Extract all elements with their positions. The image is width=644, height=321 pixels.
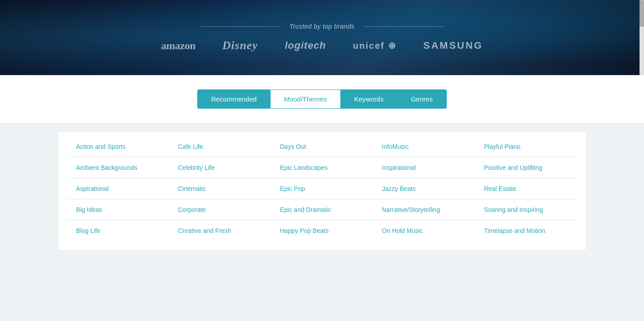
mood-link[interactable]: Days Out: [280, 143, 306, 150]
trusted-text: Trusted by top brands: [200, 23, 444, 30]
brand-logos: amazon Disney logitech unicef ⊕ SAMSUNG: [161, 39, 483, 52]
mood-link[interactable]: Epic Pop: [280, 185, 305, 192]
table-cell: Blog Life: [67, 220, 169, 241]
mood-link[interactable]: Timelapse and Motion: [484, 227, 545, 234]
table-row: Blog LifeCreative and FreshHappy Pop Bea…: [67, 220, 577, 241]
table-cell: Corporate: [169, 199, 271, 220]
table-cell: Days Out: [271, 136, 373, 157]
mood-link[interactable]: Creative and Fresh: [178, 227, 231, 234]
table-cell: InfoMusic: [373, 136, 475, 157]
mood-link[interactable]: Happy Pop Beats: [280, 227, 329, 234]
tab-mood-themes[interactable]: Mood/Themes: [271, 89, 341, 109]
table-cell: Cinematic: [169, 178, 271, 199]
table-cell: Inspirational: [373, 157, 475, 178]
disney-logo: Disney: [222, 39, 258, 52]
mood-link[interactable]: Jazzy Beats: [382, 185, 415, 192]
table-row: AspirationalCinematicEpic PopJazzy Beats…: [67, 178, 577, 199]
grid-section: Action and SportsCafe LifeDays OutInfoMu…: [0, 123, 644, 321]
mood-link[interactable]: Blog Life: [76, 227, 100, 234]
grid-card: Action and SportsCafe LifeDays OutInfoMu…: [58, 132, 586, 250]
tab-recommended[interactable]: Recommended: [197, 89, 271, 109]
mood-link[interactable]: Ambient Backgrounds: [76, 164, 137, 171]
mood-link[interactable]: Playful Piano: [484, 143, 521, 150]
table-cell: Narrative/Storytelling: [373, 199, 475, 220]
table-cell: Epic Pop: [271, 178, 373, 199]
table-cell: Big Ideas: [67, 199, 169, 220]
scrollbar-thumb[interactable]: [640, 0, 644, 27]
tab-keywords[interactable]: Keywords: [341, 89, 398, 109]
table-cell: Real Estate: [475, 178, 577, 199]
table-cell: Jazzy Beats: [373, 178, 475, 199]
table-cell: Playful Piano: [475, 136, 577, 157]
mood-link[interactable]: InfoMusic: [382, 143, 409, 150]
table-cell: Timelapse and Motion: [475, 220, 577, 241]
logitech-logo: logitech: [285, 40, 326, 51]
table-row: Ambient BackgroundsCelebrity LifeEpic La…: [67, 157, 577, 178]
mood-link[interactable]: Soaring and Inspiring: [484, 206, 543, 213]
table-cell: Aspirational: [67, 178, 169, 199]
table-row: Big IdeasCorporateEpic and DramaticNarra…: [67, 199, 577, 220]
samsung-logo: SAMSUNG: [424, 40, 483, 51]
unicef-logo: unicef ⊕: [353, 40, 396, 51]
mood-link[interactable]: Aspirational: [76, 185, 109, 192]
mood-link[interactable]: Celebrity Life: [178, 164, 215, 171]
mood-link[interactable]: Action and Sports: [76, 143, 126, 150]
mood-link[interactable]: Inspirational: [382, 164, 416, 171]
mood-link[interactable]: Positive and Uplifting: [484, 164, 542, 171]
scrollbar-track[interactable]: [640, 0, 644, 75]
mood-link[interactable]: Corporate: [178, 206, 206, 213]
table-cell: Epic and Dramatic: [271, 199, 373, 220]
mood-link[interactable]: Cinematic: [178, 185, 206, 192]
hero-content: Trusted by top brands amazon Disney logi…: [161, 23, 483, 52]
table-cell: On Hold Music: [373, 220, 475, 241]
mood-link[interactable]: Epic and Dramatic: [280, 206, 331, 213]
mood-link[interactable]: Epic Landscapes: [280, 164, 328, 171]
table-cell: Creative and Fresh: [169, 220, 271, 241]
hero-banner: Trusted by top brands amazon Disney logi…: [0, 0, 644, 75]
table-cell: Ambient Backgrounds: [67, 157, 169, 178]
table-cell: Happy Pop Beats: [271, 220, 373, 241]
table-cell: Action and Sports: [67, 136, 169, 157]
table-cell: Positive and Uplifting: [475, 157, 577, 178]
mood-link[interactable]: On Hold Music: [382, 227, 423, 234]
table-cell: Cafe Life: [169, 136, 271, 157]
table-cell: Epic Landscapes: [271, 157, 373, 178]
mood-link[interactable]: Narrative/Storytelling: [382, 206, 440, 213]
mood-link[interactable]: Cafe Life: [178, 143, 203, 150]
table-cell: Celebrity Life: [169, 157, 271, 178]
table-row: Action and SportsCafe LifeDays OutInfoMu…: [67, 136, 577, 157]
mood-link[interactable]: Real Estate: [484, 185, 516, 192]
tab-genres[interactable]: Genres: [398, 89, 447, 109]
amazon-logo: amazon: [161, 40, 195, 52]
tabs-section: Recommended Mood/Themes Keywords Genres: [0, 75, 644, 123]
grid-table: Action and SportsCafe LifeDays OutInfoMu…: [67, 136, 577, 241]
table-cell: Soaring and Inspiring: [475, 199, 577, 220]
mood-link[interactable]: Big Ideas: [76, 206, 102, 213]
